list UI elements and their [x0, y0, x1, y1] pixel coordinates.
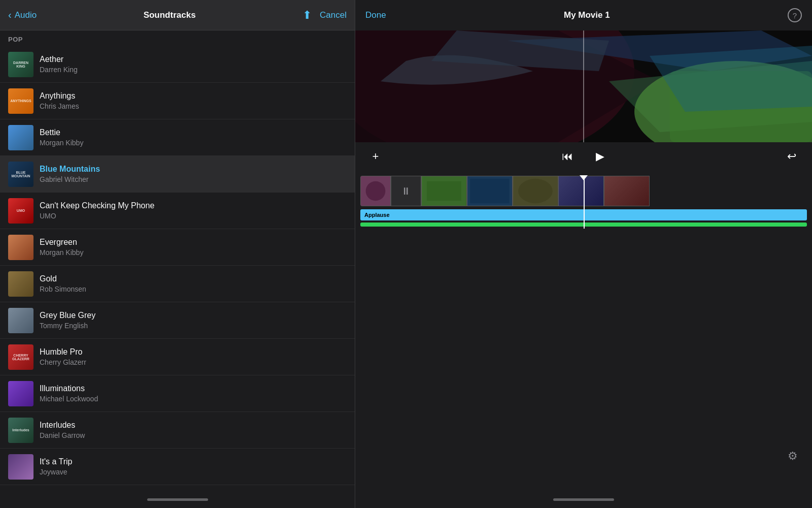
track-name: Interludes — [40, 421, 347, 430]
track-name: Anythings — [40, 91, 347, 101]
track-artist: UMO — [40, 212, 347, 220]
track-artist: Darren King — [40, 66, 347, 74]
clip-thumbnail — [513, 176, 558, 206]
clip-thumbnail — [361, 176, 390, 206]
help-button[interactable]: ? — [788, 8, 802, 22]
track-artwork — [8, 454, 33, 480]
add-media-button[interactable]: + — [365, 146, 386, 167]
video-clip[interactable] — [421, 176, 467, 206]
pause-clip[interactable]: ⏸ — [391, 176, 421, 206]
video-clip[interactable] — [467, 176, 513, 206]
done-button[interactable]: Done — [365, 10, 386, 20]
timeline-area[interactable]: ⏸ — [355, 171, 812, 491]
genre-header: POP — [0, 30, 355, 46]
top-navigation: ‹ Audio Soundtracks ⬆ Cancel — [0, 0, 355, 30]
transport-controls: ⏮ ▶ — [557, 146, 610, 167]
track-artist: Daniel Garrow — [40, 431, 347, 439]
list-item[interactable]: Bettie Morgan Kibby — [0, 119, 355, 156]
track-info: Anythings Chris James — [40, 91, 347, 110]
track-info: Aether Darren King — [40, 55, 347, 74]
list-item[interactable]: Interludes Interludes Daniel Garrow — [0, 412, 355, 449]
cancel-button[interactable]: Cancel — [320, 10, 347, 20]
list-item[interactable]: UMO Can't Keep Checking My Phone UMO — [0, 193, 355, 229]
rewind-icon: ⏮ — [562, 150, 573, 163]
track-artist: Morgan Kibby — [40, 248, 347, 257]
video-clip[interactable] — [513, 176, 558, 206]
track-name: Grey Blue Grey — [40, 311, 347, 320]
track-info: Evergreen Morgan Kibby — [40, 238, 347, 257]
back-button[interactable]: ‹ Audio — [8, 9, 37, 21]
track-artwork — [8, 271, 33, 297]
list-item[interactable]: Grey Blue Grey Tommy English — [0, 302, 355, 339]
cloud-download-icon[interactable]: ⬆ — [302, 9, 312, 22]
svg-rect-8 — [427, 181, 461, 201]
list-item[interactable]: Illuminations Michael Lockwood — [0, 375, 355, 412]
track-artwork: Interludes — [8, 418, 33, 443]
play-icon: ▶ — [596, 150, 604, 163]
home-indicator-bar-right — [355, 491, 812, 508]
rewind-button[interactable]: ⏮ — [557, 146, 578, 167]
track-artwork — [8, 235, 33, 260]
track-artist: Gabriel Witcher — [40, 175, 347, 183]
svg-point-12 — [518, 179, 553, 203]
settings-area: ⚙ — [784, 447, 802, 465]
track-artwork: DARREN KING — [8, 52, 33, 77]
track-name: Bettie — [40, 128, 347, 137]
track-info: Humble Pro Cherry Glazerr — [40, 347, 347, 366]
clip-thumbnail — [422, 176, 466, 206]
play-button[interactable]: ▶ — [590, 146, 610, 167]
list-item[interactable]: ANYTHINGS Anythings Chris James — [0, 83, 355, 119]
preview-svg — [355, 30, 812, 142]
nav-title: Soundtracks — [144, 10, 196, 20]
track-info: It's a Trip Joywave — [40, 457, 347, 476]
track-name: Illuminations — [40, 384, 347, 393]
track-artwork — [8, 308, 33, 333]
soundtracks-panel: ‹ Audio Soundtracks ⬆ Cancel POP DARREN … — [0, 0, 355, 508]
add-icon: + — [373, 150, 379, 163]
list-item[interactable]: Evergreen Morgan Kibby — [0, 229, 355, 266]
svg-rect-10 — [470, 179, 509, 203]
svg-point-6 — [366, 181, 386, 201]
undo-icon: ↩ — [787, 150, 796, 163]
list-item[interactable]: CHERRY GLAZERR Humble Pro Cherry Glazerr — [0, 339, 355, 375]
track-info: Gold Rob Simonsen — [40, 274, 347, 293]
track-artist: Michael Lockwood — [40, 395, 347, 403]
track-artist: Joywave — [40, 468, 347, 476]
video-clip[interactable] — [360, 176, 391, 206]
track-info: Can't Keep Checking My Phone UMO — [40, 201, 347, 220]
home-indicator-bar — [0, 491, 355, 508]
track-name: Evergreen — [40, 238, 347, 247]
movie-title: My Movie 1 — [564, 10, 610, 20]
track-artwork: UMO — [8, 198, 33, 224]
list-item[interactable]: DARREN KING Aether Darren King — [0, 46, 355, 83]
track-artist: Tommy English — [40, 322, 347, 330]
clip-thumbnail — [467, 176, 512, 206]
track-artwork — [8, 381, 33, 406]
list-item[interactable]: Gold Rob Simonsen — [0, 266, 355, 302]
video-clip[interactable] — [558, 176, 604, 206]
track-name: It's a Trip — [40, 457, 347, 466]
settings-button[interactable]: ⚙ — [784, 447, 802, 465]
video-preview[interactable] — [355, 30, 812, 142]
help-icon: ? — [793, 11, 797, 20]
track-artist: Rob Simonsen — [40, 285, 347, 293]
transport-bar: + ⏮ ▶ ↩ — [355, 142, 812, 171]
home-indicator — [553, 498, 614, 501]
track-artist: Morgan Kibby — [40, 139, 347, 147]
undo-button[interactable]: ↩ — [782, 146, 802, 167]
track-name: Aether — [40, 55, 347, 64]
back-label: Audio — [15, 10, 37, 20]
nav-actions: ⬆ Cancel — [302, 9, 347, 22]
list-item[interactable]: BLUE MOUNTAIN Blue Mountains Gabriel Wit… — [0, 156, 355, 193]
list-item[interactable]: It's a Trip Joywave — [0, 449, 355, 485]
track-info: Blue Mountains Gabriel Witcher — [40, 165, 347, 183]
track-artist: Cherry Glazerr — [40, 358, 347, 366]
video-clip[interactable] — [604, 176, 650, 206]
playhead-line — [584, 176, 585, 229]
track-info: Interludes Daniel Garrow — [40, 421, 347, 439]
pause-icon: ⏸ — [401, 185, 411, 197]
gear-icon: ⚙ — [788, 450, 798, 463]
track-info: Grey Blue Grey Tommy English — [40, 311, 347, 330]
track-name: Can't Keep Checking My Phone — [40, 201, 347, 210]
track-name: Humble Pro — [40, 347, 347, 357]
